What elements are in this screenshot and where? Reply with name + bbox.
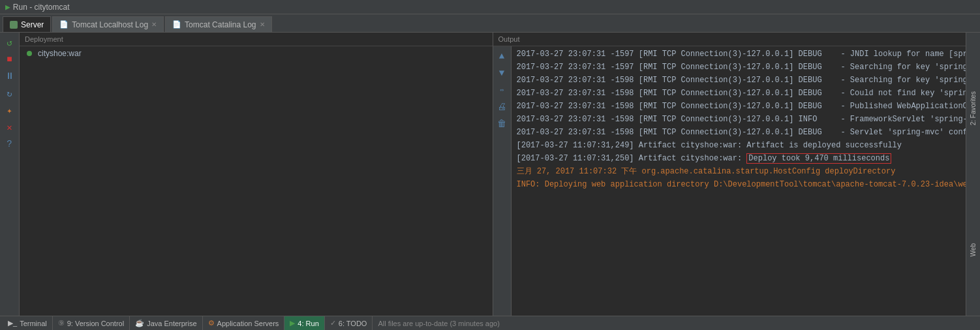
deployment-item-label: cityshoe:war bbox=[38, 49, 82, 58]
tab-catalina-log[interactable]: 📄 Tomcat Catalina Log ✕ bbox=[165, 16, 271, 32]
log-line-7: 2017-03-27 23:07:31 -1598 [RMI TCP Conne… bbox=[512, 126, 966, 139]
app-servers-status-item[interactable]: ⚙ Application Servers bbox=[203, 316, 285, 331]
output-content-area: ▲ ▼ ⇔ 🖨 🗑 2017-03-27 23:07:31 -1597 [RMI… bbox=[493, 46, 966, 316]
app-container: ▶ Run - citytomcat Server 📄 Tomcat Local… bbox=[0, 0, 980, 330]
java-enterprise-status-item[interactable]: ☕ Java Enterprise bbox=[130, 316, 202, 331]
deployment-panel: Deployment cityshoe:war bbox=[20, 33, 493, 316]
left-toolbar: ↺ ■ ⏸ ↻ ✦ ✕ ? bbox=[0, 33, 20, 316]
java-icon: ☕ bbox=[135, 319, 144, 327]
run-status-icon: ▶ bbox=[290, 319, 295, 327]
log-line-6: 2017-03-27 23:07:31 -1598 [RMI TCP Conne… bbox=[512, 113, 966, 126]
tab-localhost-label: Tomcat Localhost Log bbox=[72, 20, 148, 29]
tab-catalina-label: Tomcat Catalina Log bbox=[185, 20, 256, 29]
tab-server-label: Server bbox=[21, 20, 44, 29]
todo-label: 6: TODO bbox=[339, 320, 367, 327]
log-line-5: 2017-03-27 23:07:31 -1598 [RMI TCP Conne… bbox=[512, 100, 966, 113]
log-line-2: 2017-03-27 23:07:31 -1597 [RMI TCP Conne… bbox=[512, 61, 966, 74]
output-toolbar: ▲ ▼ ⇔ 🖨 🗑 bbox=[493, 46, 512, 316]
close-button[interactable]: ✕ bbox=[3, 120, 17, 134]
tab-bar: Server 📄 Tomcat Localhost Log ✕ 📄 Tomcat… bbox=[0, 14, 980, 33]
server-tab-icon bbox=[10, 21, 18, 29]
output-log[interactable]: 2017-03-27 23:07:31 -1597 [RMI TCP Conne… bbox=[512, 46, 966, 316]
clear-output-button[interactable]: 🗑 bbox=[495, 117, 509, 131]
right-sidebar: 2: Favorites Web bbox=[966, 33, 980, 316]
web-sidebar-item[interactable]: Web bbox=[970, 238, 977, 262]
log-line-9: [2017-03-27 11:07:31,250] Artifact citys… bbox=[512, 152, 966, 165]
tab-localhost-close[interactable]: ✕ bbox=[151, 21, 157, 28]
log-icon-2: 📄 bbox=[172, 20, 181, 29]
todo-status-item[interactable]: ✓ 6: TODO bbox=[325, 316, 373, 331]
tab-localhost-log[interactable]: 📄 Tomcat Localhost Log ✕ bbox=[52, 16, 164, 32]
help-button[interactable]: ? bbox=[3, 137, 17, 151]
run-title-icon: ▶ bbox=[5, 2, 10, 12]
scroll-up-button[interactable]: ▲ bbox=[495, 49, 509, 63]
version-control-status-item[interactable]: ⑨ 9: Version Control bbox=[53, 316, 130, 331]
log-line-1: 2017-03-27 23:07:31 -1597 [RMI TCP Conne… bbox=[512, 48, 966, 61]
deployment-header: Deployment bbox=[20, 33, 493, 46]
java-enterprise-label: Java Enterprise bbox=[147, 320, 196, 327]
run-status-label: 4: Run bbox=[298, 320, 318, 327]
scroll-down-button[interactable]: ▼ bbox=[495, 66, 509, 80]
run-status-item[interactable]: ▶ 4: Run bbox=[284, 316, 324, 331]
tab-catalina-close[interactable]: ✕ bbox=[260, 21, 265, 28]
main-content: ↺ ■ ⏸ ↻ ✦ ✕ ? Deployment cityshoe:war Ou… bbox=[0, 33, 980, 316]
tab-server[interactable]: Server bbox=[3, 16, 51, 32]
pause-button[interactable]: ⏸ bbox=[3, 69, 17, 83]
deploy-status-icon bbox=[25, 49, 34, 58]
print-button[interactable]: 🖨 bbox=[495, 100, 509, 114]
log-line-8: [2017-03-27 11:07:31,249] Artifact citys… bbox=[512, 139, 966, 152]
deploy-highlight: Deploy took 9,470 milliseconds bbox=[746, 153, 891, 164]
stop-button[interactable]: ■ bbox=[3, 52, 17, 67]
terminal-icon: ▶_ bbox=[8, 319, 17, 327]
settings-icon[interactable]: ✦ bbox=[3, 103, 17, 117]
deployment-item: cityshoe:war bbox=[20, 46, 493, 61]
resume-button[interactable]: ↻ bbox=[3, 86, 17, 100]
log-icon-1: 📄 bbox=[59, 20, 69, 29]
appserver-icon: ⚙ bbox=[208, 319, 215, 327]
todo-icon: ✓ bbox=[330, 319, 336, 327]
log-line-4: 2017-03-27 23:07:31 -1598 [RMI TCP Conne… bbox=[512, 87, 966, 100]
terminal-status-item[interactable]: ▶_ Terminal bbox=[3, 316, 53, 331]
status-message: All files are up-to-date (3 minutes ago) bbox=[373, 320, 977, 327]
output-header: Output bbox=[493, 33, 966, 46]
vc-icon: ⑨ bbox=[58, 319, 65, 327]
terminal-label: Terminal bbox=[20, 320, 47, 327]
output-panel: Output ▲ ▼ ⇔ 🖨 🗑 2017-03-27 23:07:31 -15… bbox=[493, 33, 966, 316]
log-line-11: INFO: Deploying web application director… bbox=[512, 178, 966, 191]
status-bar: ▶_ Terminal ⑨ 9: Version Control ☕ Java … bbox=[0, 316, 980, 330]
favorites-sidebar-item[interactable]: 2: Favorites bbox=[970, 86, 977, 130]
log-line-3: 2017-03-27 23:07:31 -1598 [RMI TCP Conne… bbox=[512, 74, 966, 87]
title-bar: ▶ Run - citytomcat bbox=[0, 0, 980, 14]
version-control-label: 9: Version Control bbox=[67, 320, 124, 327]
wrap-button[interactable]: ⇔ bbox=[495, 83, 509, 97]
log-line-10: 三月 27, 2017 11:07:32 下午 org.apache.catal… bbox=[512, 165, 966, 178]
title-text: Run - citytomcat bbox=[13, 3, 70, 12]
restart-button[interactable]: ↺ bbox=[3, 35, 17, 50]
app-servers-label: Application Servers bbox=[217, 320, 279, 327]
